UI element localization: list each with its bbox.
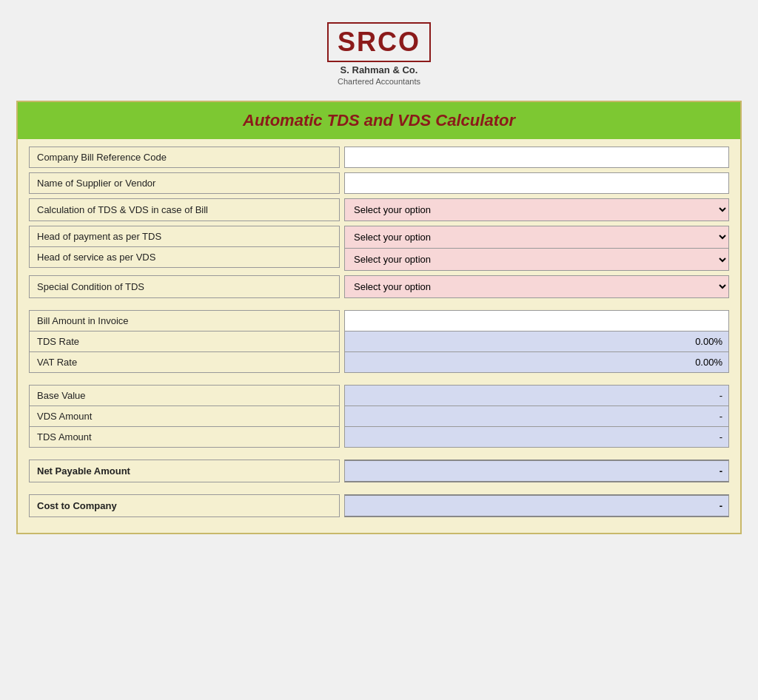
- net-payable-label: Net Payable Amount: [29, 460, 340, 482]
- calc-results-values-col: - - -: [344, 385, 729, 448]
- company-bill-ref-row: Company Bill Reference Code: [29, 147, 729, 168]
- net-payable-display: -: [344, 460, 729, 482]
- vat-rate-label: VAT Rate: [29, 352, 340, 373]
- amounts-labels-col: Bill Amount in Invoice TDS Rate VAT Rate: [29, 310, 340, 373]
- head-tds-vds-block: Head of payment as per TDS Head of servi…: [29, 226, 729, 271]
- head-vds-select[interactable]: Select your option: [344, 249, 729, 271]
- special-tds-row: Special Condition of TDS Select your opt…: [29, 275, 729, 298]
- cost-to-company-row: Cost to Company -: [29, 494, 729, 517]
- head-vds-label: Head of service as per VDS: [29, 247, 340, 268]
- logo-section: SRCO S. Rahman & Co. Chartered Accountan…: [327, 22, 431, 86]
- head-tds-label: Head of payment as per TDS: [29, 226, 340, 247]
- calc-type-row: Calculation of TDS & VDS in case of Bill…: [29, 198, 729, 221]
- supplier-name-input[interactable]: [344, 172, 729, 194]
- cost-to-company-label: Cost to Company: [29, 494, 340, 517]
- calc-results-block: Base Value VDS Amount TDS Amount - - -: [29, 385, 729, 448]
- vds-amount-label: VDS Amount: [29, 406, 340, 427]
- calc-body: Company Bill Reference Code Name of Supp…: [18, 139, 740, 533]
- company-bill-ref-input[interactable]: [344, 147, 729, 168]
- base-value-label: Base Value: [29, 385, 340, 406]
- calc-results-labels-col: Base Value VDS Amount TDS Amount: [29, 385, 340, 448]
- logo-box: SRCO: [327, 22, 431, 62]
- logo-company-type: Chartered Accountants: [338, 77, 420, 86]
- vat-rate-display: 0.00%: [344, 352, 729, 373]
- special-tds-label: Special Condition of TDS: [29, 275, 340, 298]
- tds-amount-label: TDS Amount: [29, 427, 340, 448]
- cost-to-company-display: -: [344, 494, 729, 517]
- supplier-name-row: Name of Supplier or Vendor: [29, 172, 729, 194]
- head-tds-select[interactable]: Select your option: [344, 226, 729, 249]
- vds-amount-display: -: [344, 406, 729, 427]
- tds-rate-label: TDS Rate: [29, 332, 340, 352]
- amounts-inputs-col: 0.00% 0.00%: [344, 310, 729, 373]
- calculator-wrapper: Automatic TDS and VDS Calculator Company…: [16, 101, 742, 534]
- calc-type-select[interactable]: Select your option: [344, 198, 729, 221]
- head-labels-col: Head of payment as per TDS Head of servi…: [29, 226, 340, 271]
- amounts-block: Bill Amount in Invoice TDS Rate VAT Rate…: [29, 310, 729, 373]
- tds-rate-display: 0.00%: [344, 332, 729, 352]
- calc-type-label: Calculation of TDS & VDS in case of Bill: [29, 198, 340, 221]
- net-payable-row: Net Payable Amount -: [29, 460, 729, 482]
- logo-company-name: S. Rahman & Co.: [341, 64, 418, 77]
- calc-header: Automatic TDS and VDS Calculator: [18, 102, 740, 139]
- company-bill-ref-label: Company Bill Reference Code: [29, 147, 340, 168]
- supplier-name-label: Name of Supplier or Vendor: [29, 172, 340, 194]
- head-inputs-col: Select your option Select your option: [344, 226, 729, 271]
- bill-amount-label: Bill Amount in Invoice: [29, 310, 340, 332]
- calc-title: Automatic TDS and VDS Calculator: [243, 111, 515, 129]
- bill-amount-input[interactable]: [344, 310, 729, 332]
- tds-amount-display: -: [344, 427, 729, 448]
- special-tds-select[interactable]: Select your option: [344, 275, 729, 298]
- logo-text: SRCO: [338, 27, 420, 58]
- base-value-display: -: [344, 385, 729, 406]
